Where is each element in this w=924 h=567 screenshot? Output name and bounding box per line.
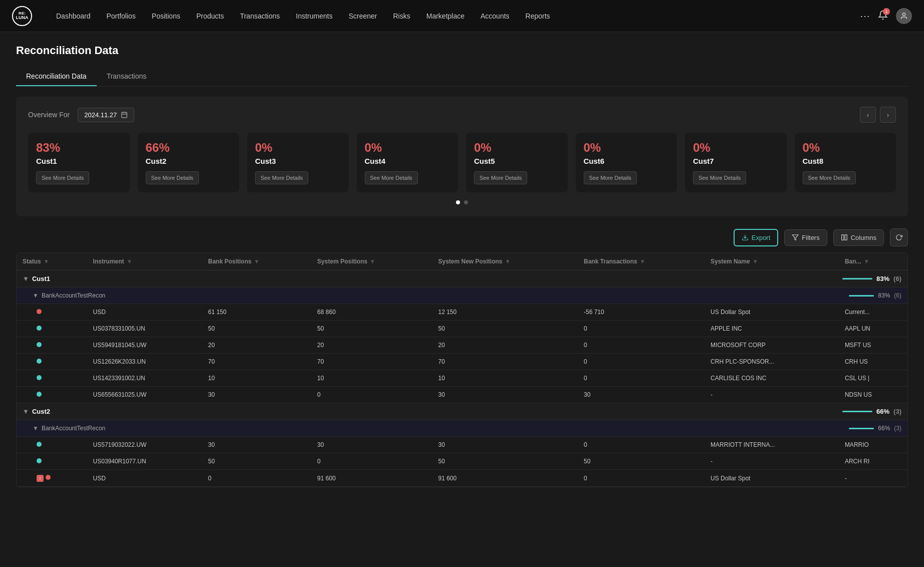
- col-ban...[interactable]: Ban... ▾: [839, 253, 907, 270]
- logo[interactable]: RE: LUNA: [12, 6, 32, 26]
- see-more-details-cust3[interactable]: See More Details: [255, 171, 308, 184]
- group-count: (3): [893, 408, 901, 415]
- table-row: US0378331005.UN5050500APPLE INCAAPL UN: [17, 321, 907, 337]
- status-cell: [17, 337, 87, 354]
- see-more-details-cust2[interactable]: See More Details: [146, 171, 199, 184]
- customer-name-cust6: Cust6: [584, 157, 669, 165]
- see-more-details-cust4[interactable]: See More Details: [365, 171, 418, 184]
- filters-button[interactable]: Filters: [784, 229, 827, 246]
- bank-transactions-cell: 0: [578, 354, 705, 370]
- customer-card-cust4: 0% Cust4 See More Details: [357, 133, 458, 192]
- nav-link-portfolios[interactable]: Portfolios: [107, 12, 136, 20]
- nav-link-instruments[interactable]: Instruments: [296, 12, 333, 20]
- group-count: (6): [893, 275, 901, 282]
- system-new-positions-cell: 50: [432, 321, 578, 337]
- nav-link-screener[interactable]: Screener: [349, 12, 377, 20]
- instrument-cell: USD: [87, 470, 202, 487]
- customer-card-cust2: 66% Cust2 See More Details: [138, 133, 240, 192]
- bank-transactions-cell: 0: [578, 370, 705, 387]
- col-instrument[interactable]: Instrument ▾: [87, 253, 202, 270]
- status-cell: [17, 387, 87, 403]
- col-bank-transactions[interactable]: Bank Transactions ▾: [578, 253, 705, 270]
- export-label: Export: [752, 234, 771, 241]
- col-status[interactable]: Status ▾: [17, 253, 87, 270]
- status-dot: [37, 375, 42, 380]
- see-more-details-cust1[interactable]: See More Details: [36, 171, 89, 184]
- sort-icon: ▾: [506, 258, 509, 265]
- subgroup-progress: 83% (6): [849, 292, 901, 299]
- customer-card-cust1: 83% Cust1 See More Details: [28, 133, 130, 192]
- notifications-bell[interactable]: 1: [878, 10, 888, 22]
- system-new-positions-cell: 20: [432, 337, 578, 354]
- system-new-positions-cell: 12 150: [432, 304, 578, 321]
- bank-transactions-cell: 50: [578, 453, 705, 470]
- refresh-button[interactable]: [890, 228, 908, 246]
- status-dot: [37, 392, 42, 397]
- col-system-new-positions[interactable]: System New Positions ▾: [432, 253, 578, 270]
- nav-link-products[interactable]: Products: [196, 12, 224, 20]
- col-system-name[interactable]: System Name ▾: [705, 253, 839, 270]
- see-more-details-cust8[interactable]: See More Details: [803, 171, 856, 184]
- customer-pct-cust5: 0%: [474, 141, 560, 155]
- see-more-details-cust6[interactable]: See More Details: [584, 171, 637, 184]
- customer-card-cust6: 0% Cust6 See More Details: [576, 133, 677, 192]
- sort-icon: ▾: [45, 258, 48, 265]
- bank-positions-cell: 0: [202, 470, 311, 487]
- group-name: Cust2: [32, 408, 50, 415]
- svg-marker-6: [792, 235, 798, 240]
- nav-link-transactions[interactable]: Transactions: [240, 12, 280, 20]
- group-expand-icon[interactable]: ▼: [23, 275, 29, 282]
- nav-link-positions[interactable]: Positions: [152, 12, 180, 20]
- customer-name-cust5: Cust5: [474, 157, 560, 165]
- prev-button[interactable]: ‹: [860, 107, 876, 123]
- customer-pct-cust2: 66%: [146, 141, 232, 155]
- system-new-positions-cell: 50: [432, 453, 578, 470]
- subgroup-row: ▼ BankAccountTestRecon 83% (6): [17, 288, 907, 304]
- columns-button[interactable]: Columns: [833, 229, 884, 246]
- main-content: Reconciliation Data Reconciliation DataT…: [0, 32, 924, 499]
- nav-link-risks[interactable]: Risks: [393, 12, 410, 20]
- overview-header: Overview For 2024.11.27 ‹ ›: [28, 107, 896, 123]
- ban-cell: Current...: [839, 304, 907, 321]
- status-cell: [17, 437, 87, 453]
- table-row: USD61 15068 86012 150-56 710US Dollar Sp…: [17, 304, 907, 321]
- system-name-cell: CARLISLE COS INC: [705, 370, 839, 387]
- system-positions-cell: 68 860: [311, 304, 432, 321]
- col-system-positions[interactable]: System Positions ▾: [311, 253, 432, 270]
- see-more-details-cust7[interactable]: See More Details: [693, 171, 746, 184]
- system-new-positions-cell: 91 600: [432, 470, 578, 487]
- system-name-cell: CRH PLC-SPONSOR...: [705, 354, 839, 370]
- tab-reconciliation-data[interactable]: Reconciliation Data: [16, 67, 97, 86]
- status-dot: [37, 342, 42, 347]
- system-name-cell: MARRIOTT INTERNA...: [705, 437, 839, 453]
- group-expand-icon[interactable]: ▼: [23, 408, 29, 415]
- system-new-positions-cell: 70: [432, 354, 578, 370]
- status-cell: [17, 321, 87, 337]
- filter-label: Filters: [802, 234, 819, 241]
- col-bank-positions[interactable]: Bank Positions ▾: [202, 253, 311, 270]
- customer-name-cust1: Cust1: [36, 157, 122, 165]
- ban-cell: ARCH RI: [839, 453, 907, 470]
- next-button[interactable]: ›: [880, 107, 896, 123]
- status-dot: [46, 475, 51, 480]
- nav-links: DashboardPortfoliosPositionsProductsTran…: [56, 12, 860, 20]
- user-avatar[interactable]: [896, 8, 912, 24]
- nav-link-dashboard[interactable]: Dashboard: [56, 12, 91, 20]
- overview-section: Overview For 2024.11.27 ‹ › 83% Cust1 Se…: [16, 97, 908, 216]
- carousel-dot-1[interactable]: [456, 200, 460, 204]
- more-options-icon[interactable]: ⋯: [860, 10, 870, 22]
- notification-badge: 1: [883, 8, 890, 15]
- sort-icon: ▾: [371, 258, 374, 265]
- nav-link-accounts[interactable]: Accounts: [481, 12, 510, 20]
- export-button[interactable]: Export: [734, 229, 779, 246]
- nav-link-reports[interactable]: Reports: [526, 12, 550, 20]
- nav-link-marketplace[interactable]: Marketplace: [426, 12, 465, 20]
- subgroup-expand-icon[interactable]: ▼: [33, 425, 39, 432]
- carousel-dot-2[interactable]: [464, 200, 468, 204]
- overview-label: Overview For: [28, 111, 70, 119]
- ban-cell: AAPL UN: [839, 321, 907, 337]
- see-more-details-cust5[interactable]: See More Details: [474, 171, 527, 184]
- tab-transactions[interactable]: Transactions: [97, 67, 157, 86]
- overview-date-picker[interactable]: 2024.11.27: [78, 108, 134, 122]
- subgroup-expand-icon[interactable]: ▼: [33, 292, 39, 299]
